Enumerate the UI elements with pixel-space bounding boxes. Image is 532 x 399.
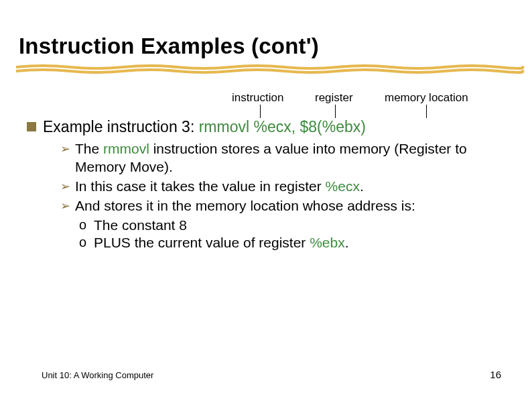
label-memory: memory location (385, 91, 468, 105)
example-code: rmmovl %ecx, $8(%ebx) (199, 118, 366, 135)
text: The (75, 141, 103, 156)
annotation-labels: instruction register memory location (19, 91, 513, 107)
arrow-bullet-icon: ➢ (60, 198, 70, 214)
page-number: 16 (490, 369, 501, 380)
square-bullet-icon (27, 122, 36, 131)
example-lead: Example instruction 3: (43, 118, 199, 135)
slide: Instruction Examples (cont') instruction… (0, 0, 532, 399)
circle-bullet-icon: o (79, 234, 86, 251)
scribble-icon (16, 63, 525, 75)
list-item: o The constant 8 (60, 217, 513, 235)
code-ecx: %ecx (326, 178, 360, 194)
pointer-line (426, 105, 427, 118)
pointer-line (260, 105, 261, 118)
pointer-line (335, 105, 336, 118)
text: . (360, 178, 364, 194)
text: In this case it takes the value in regis… (75, 178, 326, 194)
example-line: Example instruction 3: rmmovl %ecx, $8(%… (19, 118, 513, 136)
slide-title: Instruction Examples (cont') (19, 34, 513, 59)
bullet-list: ➢ The rmmovl instruction stores a value … (19, 140, 513, 252)
code-ebx: %ebx (310, 235, 345, 250)
list-item: ➢ In this case it takes the value in reg… (60, 178, 513, 196)
list-item: o PLUS the current value of register %eb… (60, 234, 513, 252)
arrow-bullet-icon: ➢ (60, 179, 70, 194)
label-instruction: instruction (232, 91, 283, 105)
text: PLUS the current value of register (94, 235, 310, 250)
text: And stores it in the memory location who… (75, 198, 415, 213)
list-item: ➢ The rmmovl instruction stores a value … (60, 140, 513, 176)
text: The constant 8 (94, 217, 187, 233)
code-rmmovl: rmmovl (103, 141, 149, 156)
circle-bullet-icon: o (79, 217, 86, 234)
list-item: ➢ And stores it in the memory location w… (60, 197, 513, 215)
footer-text: Unit 10: A Working Computer (42, 370, 501, 380)
label-register: register (315, 91, 353, 105)
text: . (345, 235, 349, 250)
title-underline (19, 63, 513, 75)
arrow-bullet-icon: ➢ (60, 141, 70, 157)
